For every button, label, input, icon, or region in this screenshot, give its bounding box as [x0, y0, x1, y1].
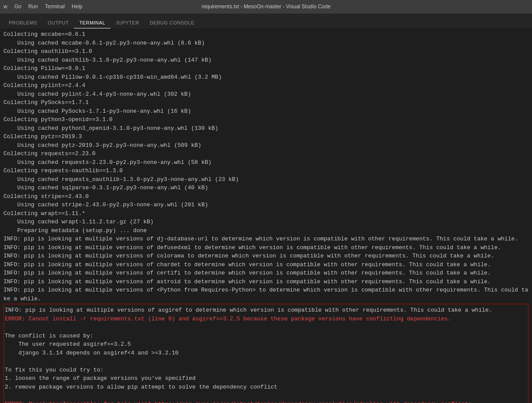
- terminal-line: Collecting requests-oauthlib==1.3.0: [3, 167, 529, 175]
- terminal-line: INFO: pip is looking at multiple version…: [3, 243, 529, 252]
- terminal-line: Using cached requests_oauthlib-1.3.0-py2…: [3, 175, 529, 184]
- blank-line: [5, 357, 527, 366]
- terminal-line: Collecting pylint==2.4.4: [3, 81, 529, 90]
- error-info-line: INFO: pip is looking at multiple version…: [5, 306, 527, 315]
- terminal-line: Using cached sqlparse-0.3.1-py2.py3-none…: [3, 184, 529, 192]
- conflict-header: The conflict is caused by:: [5, 332, 527, 340]
- fix-option2: 2. remove package versions to allow pip …: [5, 383, 527, 392]
- terminal-line: Collecting stripe==2.43.0: [3, 192, 529, 201]
- terminal-line: Using cached PySocks-1.7.1-py3-none-any.…: [3, 107, 529, 116]
- resolution-error: ERROR: ResolutionImpossible: for help vi…: [5, 400, 527, 403]
- terminal-line: INFO: pip is looking at multiple version…: [3, 269, 529, 278]
- blank-line: [5, 391, 527, 400]
- terminal-line: Using cached Pillow-9.0.1-cp310-cp310-wi…: [3, 73, 529, 82]
- error-block: INFO: pip is looking at multiple version…: [3, 304, 529, 403]
- fix-header: To fix this you could try to:: [5, 366, 527, 375]
- menu-item-run[interactable]: Run: [28, 3, 38, 10]
- terminal-line: INFO: pip is looking at multiple version…: [3, 252, 529, 261]
- terminal-line: Using cached stripe-2.43.0-py2.py3-none-…: [3, 201, 529, 209]
- terminal-line: Collecting wrapt==1.11.*: [3, 209, 529, 218]
- terminal-line: Using cached python3_openid-3.1.0-py3-no…: [3, 124, 529, 133]
- terminal-line: Using cached pytz-2019.3-py2.py3-none-an…: [3, 141, 529, 150]
- conflict-django: django 3.1.14 depends on asgiref<4 and >…: [5, 349, 527, 358]
- error-line: ERROR: Cannot install -r requirements.tx…: [5, 315, 527, 323]
- menu-item-go[interactable]: Go: [14, 3, 21, 10]
- terminal-line: Using cached pylint-2.4.4-py3-none-any.w…: [3, 90, 529, 99]
- terminal-line: Using cached wrapt-1.11.2.tar.gz (27 kB): [3, 218, 529, 226]
- terminal-panel[interactable]: Collecting mccabe==0.6.1 Using cached mc…: [0, 28, 532, 403]
- menu-item-help[interactable]: Help: [72, 3, 83, 10]
- terminal-line: INFO: pip is looking at multiple version…: [3, 235, 529, 243]
- window-title: requirements.txt - MesoOn-master - Visua…: [201, 3, 330, 10]
- terminal-line: Collecting Pillow==9.0.1: [3, 64, 529, 73]
- terminal-line: Collecting oauthlib==3.1.0: [3, 47, 529, 56]
- panel-tabs: PROBLEMS OUTPUT TERMINAL JUPYTER DEBUG C…: [0, 13, 532, 28]
- tab-terminal[interactable]: TERMINAL: [74, 17, 111, 28]
- terminal-line: Collecting requests==2.23.0: [3, 149, 529, 158]
- conflict-user: The user requested asgiref==3.2.5: [5, 340, 527, 349]
- terminal-line: Preparing metadata (setup.py) ... done: [3, 226, 529, 235]
- terminal-line: Collecting PySocks==1.7.1: [3, 98, 529, 107]
- tab-jupyter[interactable]: JUPYTER: [111, 17, 145, 28]
- terminal-line: Using cached requests-2.23.0-py2.py3-non…: [3, 158, 529, 167]
- titlebar: w Go Run Terminal Help requirements.txt …: [0, 0, 532, 13]
- terminal-line: Collecting python3-openid==3.1.0: [3, 115, 529, 124]
- titlebar-menu: w Go Run Terminal Help: [3, 3, 83, 10]
- terminal-line: Using cached oauthlib-3.1.0-py2.py3-none…: [3, 56, 529, 65]
- terminal-line: INFO: pip is looking at multiple version…: [3, 261, 529, 269]
- terminal-line: Using cached mccabe-0.6.1-py2.py3-none-a…: [3, 39, 529, 48]
- terminal-line: INFO: pip is looking at multiple version…: [3, 278, 529, 286]
- tab-debug-console[interactable]: DEBUG CONSOLE: [145, 17, 200, 28]
- terminal-line: Collecting pytz==2019.3: [3, 132, 529, 141]
- blank-line: [5, 323, 527, 332]
- menu-item-terminal[interactable]: Terminal: [45, 3, 65, 10]
- tab-output[interactable]: OUTPUT: [42, 17, 74, 28]
- terminal-line: INFO: pip is looking at multiple version…: [3, 286, 529, 303]
- tab-problems[interactable]: PROBLEMS: [3, 17, 42, 28]
- menu-item-w[interactable]: w: [3, 3, 7, 10]
- terminal-line: Collecting mccabe==0.6.1: [3, 30, 529, 39]
- fix-option1: 1. loosen the range of package versions …: [5, 374, 527, 383]
